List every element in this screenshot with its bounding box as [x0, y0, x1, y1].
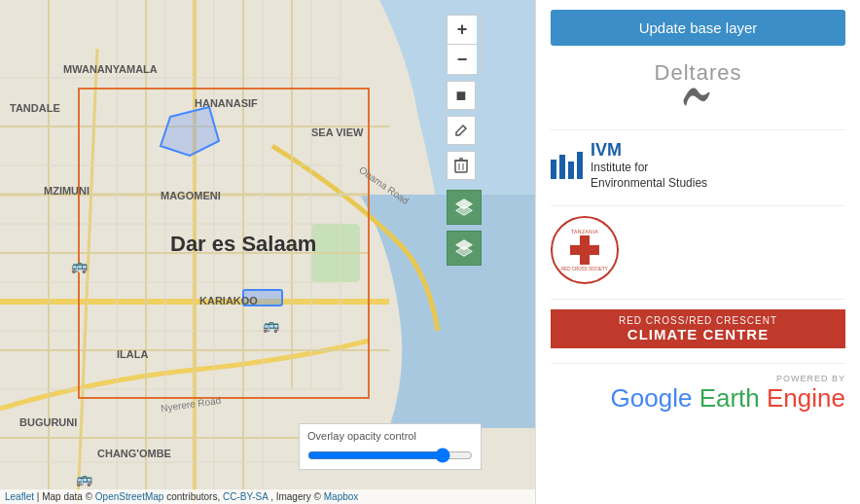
svg-marker-35	[456, 205, 473, 215]
gee-earth-text: Earth	[699, 383, 767, 413]
opacity-label: Overlay opacity control	[307, 430, 416, 442]
attribution-text: | Map data ©	[37, 491, 95, 502]
deltares-swirl-icon	[678, 86, 717, 115]
tanzania-redcross-row: TANZANIA RED CROSS SOCIETY	[551, 205, 845, 284]
zoom-controls: + −	[447, 15, 482, 75]
ivm-text: IVM Institute forEnvironmental Studies	[591, 140, 707, 191]
zoom-in-button[interactable]: +	[448, 16, 477, 45]
google-earth-engine-section: POWERED BY Google Earth Engine	[551, 363, 845, 411]
osm-link[interactable]: OpenStreetMap	[95, 491, 164, 502]
redcross-cross-icon	[570, 235, 599, 265]
climate-centre-section: RED CROSS/RED CRESCENT CLIMATE CENTRE	[551, 299, 845, 348]
deltares-logo: Deltares	[655, 60, 742, 115]
bus-icon-3: 🚌	[263, 317, 279, 333]
opacity-control: Overlay opacity control	[299, 423, 482, 470]
bus-icon-2: 🚌	[71, 258, 88, 273]
attribution-contributors: contributors,	[166, 491, 223, 502]
map-controls: + − ■	[447, 15, 482, 268]
climate-bottom-text: CLIMATE CENTRE	[560, 326, 836, 342]
attribution-imagery: , Imagery ©	[270, 491, 324, 502]
tz-bottom-text: RED CROSS SOCIETY	[560, 267, 609, 271]
edit-button[interactable]	[447, 116, 476, 145]
mapbox-link[interactable]: Mapbox	[324, 491, 359, 502]
ccbysa-link[interactable]: CC-BY-SA	[223, 491, 268, 502]
ivm-logo: IVM Institute forEnvironmental Studies	[551, 129, 845, 191]
delete-button[interactable]	[447, 151, 476, 180]
deltares-name: Deltares	[655, 60, 742, 86]
stop-button[interactable]: ■	[447, 81, 476, 110]
gee-engine-text: Engine	[767, 383, 845, 413]
right-panel: Update base layer Deltares IVM Institute…	[535, 0, 860, 504]
gee-logo-text: Google Earth Engine	[611, 385, 845, 411]
map-attribution: Leaflet | Map data © OpenStreetMap contr…	[0, 489, 535, 504]
tanzania-redcross-logo: TANZANIA RED CROSS SOCIETY	[551, 216, 619, 284]
partners-section: Deltares IVM Institute forEnvironmental …	[551, 60, 845, 411]
bus-icon: 🚌	[76, 471, 92, 486]
map-container[interactable]: 🚌 🚌 🚌 MWANANYAMALA TANDALE HANANASIF SEA…	[0, 0, 535, 504]
bounding-box	[78, 88, 370, 399]
opacity-slider[interactable]	[307, 448, 473, 463]
layer-button-2[interactable]	[447, 231, 482, 266]
tz-top-text: TANZANIA	[560, 229, 609, 234]
powered-by-text: POWERED BY	[776, 374, 845, 383]
climate-top-text: RED CROSS/RED CRESCENT	[560, 315, 836, 326]
ivm-acronym: IVM	[591, 140, 707, 161]
layer-button-1[interactable]	[447, 190, 482, 225]
svg-rect-29	[455, 161, 467, 172]
ivm-bars-icon	[551, 152, 583, 179]
svg-marker-37	[456, 246, 473, 256]
zoom-out-button[interactable]: −	[448, 45, 477, 74]
leaflet-link[interactable]: Leaflet	[5, 491, 34, 502]
update-base-layer-button[interactable]: Update base layer	[551, 10, 845, 46]
climate-centre-banner: RED CROSS/RED CRESCENT CLIMATE CENTRE	[551, 309, 845, 348]
ivm-full-name: Institute forEnvironmental Studies	[591, 161, 707, 191]
gee-google-text: Google	[611, 383, 699, 413]
